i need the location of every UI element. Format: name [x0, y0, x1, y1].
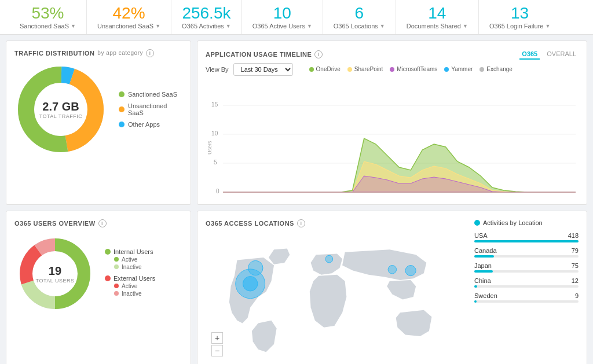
- svg-point-40: [388, 265, 397, 274]
- traffic-inner: 2.7 GB TOTAL TRAFFIC Sanctioned SaaSUnsa…: [14, 63, 182, 156]
- chart-legend-dot: [444, 67, 449, 72]
- legend-label: Unsanctioned SaaS: [128, 102, 182, 116]
- traffic-distribution-card: TRAFFIC DISTRIBUTION by app category i: [6, 41, 191, 205]
- users-group-header: External Users: [105, 275, 155, 282]
- metric-sanctioned-saas[interactable]: 53% Sanctioned SaaS ▼: [9, 0, 87, 34]
- locations-info-icon[interactable]: i: [297, 219, 305, 227]
- metric-chevron-documents-shared: ▼: [463, 23, 468, 29]
- metric-o365-activities[interactable]: 256.5k O365 Activities ▼: [171, 0, 242, 34]
- users-legend-sub-item: Active: [114, 283, 155, 289]
- location-row: Japan 75: [474, 262, 579, 273]
- users-sub-dot: [114, 264, 119, 269]
- users-group-sub: Active Inactive: [105, 283, 155, 297]
- traffic-legend-item: Sanctioned SaaS: [119, 91, 182, 98]
- location-country: USA: [474, 232, 488, 239]
- metric-label-o365-activities: O365 Activities ▼: [182, 23, 231, 30]
- users-total-label: TOTAL USERS: [36, 277, 75, 283]
- locations-left: O365 ACCESS LOCATIONS i: [206, 219, 468, 362]
- location-bar: [474, 285, 477, 288]
- chart-legend-label: Exchange: [486, 66, 512, 72]
- chart-legend-item: MicrosoftTeams: [390, 66, 437, 72]
- traffic-donut: 2.7 GB TOTAL TRAFFIC: [14, 63, 107, 156]
- chart-legend-dot: [390, 67, 394, 72]
- top-bar: 53% Sanctioned SaaS ▼ 42% Unsanctioned S…: [0, 0, 593, 35]
- location-bar-bg: [474, 300, 579, 303]
- location-country: China: [474, 277, 491, 284]
- users-group-label: External Users: [114, 275, 155, 282]
- users-legend-sub-item: Inactive: [114, 264, 155, 270]
- svg-text:10: 10: [211, 130, 218, 137]
- location-name: Canada 79: [474, 247, 579, 254]
- traffic-total-label: TOTAL TRAFFIC: [39, 113, 83, 119]
- locations-sidebar-title: Activities by Location: [474, 219, 579, 226]
- users-group-dot: [105, 249, 111, 255]
- locations-sidebar: Activities by Location USA 418 Canada 79…: [474, 219, 579, 362]
- traffic-title-text: TRAFFIC DISTRIBUTION: [14, 50, 94, 57]
- legend-label: Other Apps: [128, 121, 160, 128]
- location-country: Canada: [474, 247, 497, 254]
- location-value: 12: [572, 277, 579, 284]
- metric-value-o365-login-failure: 13: [511, 5, 529, 23]
- map-svg: [206, 233, 468, 361]
- metric-value-documents-shared: 14: [428, 5, 446, 23]
- users-sub-label: Active: [122, 256, 137, 263]
- users-group-header: Internal Users: [105, 248, 155, 255]
- tab-o365[interactable]: O365: [519, 49, 540, 60]
- locations-card: O365 ACCESS LOCATIONS i: [197, 211, 587, 364]
- metric-o365-locations[interactable]: 6 O365 Locations ▼: [323, 0, 396, 34]
- users-title: O365 USERS OVERVIEW i: [14, 219, 182, 227]
- location-row: USA 418: [474, 232, 579, 242]
- metric-label-o365-active-users: O365 Active Users ▼: [252, 23, 312, 30]
- users-legend-sub-item: Active: [114, 256, 155, 263]
- location-bar-bg: [474, 285, 579, 288]
- location-country: Sweden: [474, 292, 497, 299]
- location-value: 9: [575, 292, 579, 299]
- zoom-in-button[interactable]: +: [211, 332, 223, 344]
- usage-info-icon[interactable]: i: [314, 50, 323, 58]
- metric-o365-active-users[interactable]: 10 O365 Active Users ▼: [242, 0, 323, 34]
- metric-chevron-sanctioned-saas: ▼: [71, 23, 76, 29]
- location-bar: [474, 270, 493, 273]
- chart-legend-label: SharePoint: [354, 66, 383, 72]
- users-legend-group: Internal Users Active Inactive: [105, 248, 155, 270]
- usage-chart: 0 5 10 15 Users 13 15 17: [206, 80, 579, 196]
- usage-tabs[interactable]: O365 OVERALL: [519, 49, 579, 60]
- users-legend-group: External Users Active Inactive: [105, 275, 155, 297]
- view-by-label: View By: [206, 66, 229, 73]
- legend-dot: [119, 91, 125, 97]
- chart-legend-dot: [479, 67, 484, 72]
- usage-title: APPLICATION USAGE TIMELINE i: [206, 50, 323, 58]
- locations-sidebar-title-text: Activities by Location: [483, 219, 543, 226]
- location-bar: [474, 300, 477, 303]
- metric-chevron-o365-login-failure: ▼: [545, 23, 550, 29]
- legend-dot: [119, 106, 125, 112]
- chart-legend-item: Exchange: [479, 66, 512, 72]
- view-by-row: View By Last 30 Days OneDriveSharePointM…: [206, 63, 579, 76]
- tab-overall[interactable]: OVERALL: [544, 49, 579, 60]
- metric-documents-shared[interactable]: 14 Documents Shared ▼: [396, 0, 479, 34]
- svg-text:5: 5: [214, 159, 217, 166]
- traffic-legend-item: Unsanctioned SaaS: [119, 102, 182, 116]
- chart-legend-label: MicrosoftTeams: [397, 66, 437, 72]
- traffic-info-icon[interactable]: i: [146, 49, 154, 57]
- view-by-select[interactable]: Last 30 Days: [233, 63, 293, 76]
- chart-legend-item: Yammer: [444, 66, 473, 72]
- metric-unsanctioned-saas[interactable]: 42% Unsanctioned SaaS ▼: [87, 0, 171, 34]
- location-bar-bg: [474, 240, 579, 242]
- zoom-out-button[interactable]: −: [211, 345, 223, 356]
- metric-chevron-o365-locations: ▼: [380, 23, 385, 29]
- traffic-title: TRAFFIC DISTRIBUTION by app category i: [14, 49, 182, 57]
- chart-legend-label: Yammer: [451, 66, 473, 72]
- metric-label-o365-locations: O365 Locations ▼: [334, 23, 385, 30]
- location-value: 75: [572, 262, 579, 269]
- metric-value-o365-activities: 256.5k: [182, 5, 230, 23]
- location-name: China 12: [474, 277, 579, 284]
- location-name: Japan 75: [474, 262, 579, 269]
- users-info-icon[interactable]: i: [98, 219, 107, 227]
- users-group-sub: Active Inactive: [105, 256, 155, 270]
- chart-legend-dot: [347, 67, 352, 72]
- metric-o365-login-failure[interactable]: 13 O365 Login Failure ▼: [479, 0, 561, 34]
- svg-point-36: [243, 276, 257, 291]
- traffic-legend-item: Other Apps: [119, 121, 182, 128]
- metric-value-o365-active-users: 10: [273, 5, 291, 23]
